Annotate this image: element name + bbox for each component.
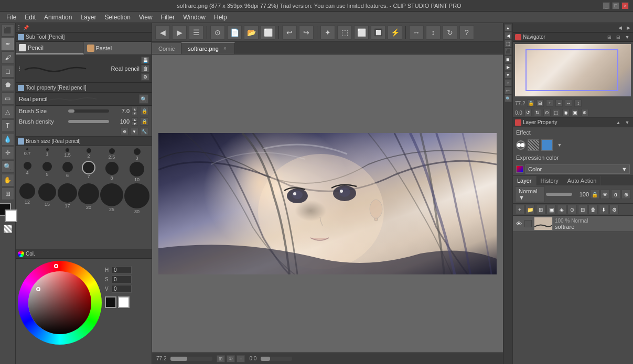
nav-next-btn[interactable]: ▶ (172, 25, 187, 40)
value-input[interactable] (112, 285, 132, 293)
brush-size-slider[interactable] (68, 109, 109, 113)
maximize-button[interactable]: □ (612, 2, 619, 9)
brush-density-spin[interactable]: ▲ ▼ (132, 117, 138, 126)
brush-preset-1[interactable]: 1 (38, 148, 57, 161)
brush-preset-2.5[interactable]: 2.5 (100, 148, 123, 161)
tool-open-btn[interactable]: 📂 (244, 25, 259, 40)
nav-preview[interactable] (515, 44, 631, 96)
tab-comic[interactable]: Comic (152, 42, 181, 54)
redo-btn[interactable]: ↪ (299, 25, 314, 40)
layer-new-btn[interactable]: + (515, 205, 524, 214)
menu-filter[interactable]: Filter (157, 13, 179, 22)
color-wheel[interactable] (18, 261, 102, 345)
layer-merge-btn[interactable]: ⊕ (621, 190, 631, 199)
transparent-color[interactable] (2, 224, 14, 234)
brush-preset-30[interactable]: 30 (124, 183, 149, 214)
layer-copy-btn[interactable]: ⊞ (536, 205, 545, 214)
nav-rotate-cw[interactable]: ↻ (534, 109, 541, 116)
brush-preset-17[interactable]: 17 (58, 183, 77, 214)
tool-gradient[interactable]: ▭ (2, 92, 14, 105)
layer-mask-btn[interactable]: ⊟ (578, 205, 587, 214)
tool-transform[interactable]: ⊞ (2, 187, 14, 200)
brush-preset-4[interactable]: 4 (18, 162, 37, 182)
brush-save-btn[interactable]: 💾 (141, 57, 149, 64)
tool-shape[interactable]: △ (2, 106, 14, 118)
tool-settings-btn1[interactable]: ⚙ (120, 128, 128, 135)
menu-help[interactable]: Help (210, 13, 231, 22)
right-collapse-btn[interactable]: ◀ (616, 24, 624, 31)
tool-fill[interactable]: ⬟ (2, 79, 14, 91)
nav-flip-v[interactable]: ↕ (574, 100, 582, 107)
tab-auto-action[interactable]: Auto Action (563, 176, 602, 185)
nav-zoom-lock[interactable]: 🔒 (527, 100, 534, 107)
layer-settings-btn[interactable]: ⚙ (609, 205, 619, 214)
saturation-input[interactable] (112, 275, 132, 283)
brush-size-up[interactable]: ▲ (132, 107, 138, 111)
brush-preset-15[interactable]: 15 (38, 183, 57, 214)
tab-softrare[interactable]: softrare.png × (181, 42, 235, 54)
nav-zoom-fit[interactable]: ⊞ (537, 100, 544, 107)
layer-item-softrare[interactable]: 👁 100 % Normal softrare (513, 216, 633, 232)
menu-layer[interactable]: Layer (76, 13, 100, 22)
nav-extra1[interactable]: ⬚ (553, 109, 560, 116)
brush-preset-10[interactable]: 10 (124, 162, 149, 182)
effect-color-btn[interactable] (541, 139, 553, 151)
flipv-btn[interactable]: ↕ (426, 25, 441, 40)
nav-panel-btn3[interactable]: ▼ (624, 34, 631, 41)
page-manager-btn[interactable]: ☰ (189, 25, 203, 40)
minimize-button[interactable]: _ (603, 2, 610, 9)
nav-zoom-out[interactable]: − (555, 100, 563, 107)
brush-preset-2[interactable]: 2 (78, 148, 99, 161)
right-expand-btn[interactable]: ▶ (625, 24, 632, 31)
brush-size-spin[interactable]: ▲ ▼ (132, 107, 138, 115)
rtb-btn-2[interactable]: ◀ (505, 32, 512, 39)
menu-selection[interactable]: Selection (100, 13, 134, 22)
effect-menu-btn[interactable]: ▼ (555, 139, 564, 151)
nav-extra3[interactable]: ▣ (572, 109, 579, 116)
menu-edit[interactable]: Edit (20, 13, 40, 22)
layer-visibility-toggle[interactable]: 👁 (515, 220, 522, 227)
close-button[interactable]: × (621, 2, 629, 9)
tool-circle-btn[interactable]: ⊙ (210, 25, 225, 40)
canvas-area[interactable] (152, 54, 503, 352)
rtb-btn-6[interactable]: ▶ (505, 63, 512, 71)
rtb-btn-3[interactable]: ⬚ (505, 40, 512, 47)
expr-select-dropdown[interactable]: Color ▼ (525, 164, 630, 174)
rtb-btn-8[interactable]: ↕ (505, 79, 512, 86)
fliph-btn[interactable]: ↔ (409, 25, 424, 40)
opacity-slider[interactable] (546, 193, 572, 196)
magicwand-btn[interactable]: ⚡ (388, 25, 402, 40)
brush-preset-0.7[interactable]: 0.7 (18, 148, 37, 161)
nav-prev-btn[interactable]: ◀ (155, 25, 170, 40)
brush-preset-1.5[interactable]: 1.5 (58, 148, 77, 161)
nav-flip-h[interactable]: ↔ (565, 100, 572, 107)
brush-density-up[interactable]: ▲ (132, 117, 138, 122)
tool-zoom[interactable]: 🔍 (2, 160, 14, 173)
brush-preset-3[interactable]: 3 (124, 148, 149, 161)
layer-adjust-btn[interactable]: ⊙ (567, 205, 577, 214)
zoom-slider[interactable] (170, 357, 212, 361)
nav-extra4[interactable]: ⊕ (581, 109, 588, 116)
lp-btn1[interactable]: ▲ (615, 119, 622, 126)
tool-eyedropper[interactable]: 💧 (2, 133, 14, 146)
brush-density-down[interactable]: ▼ (132, 122, 138, 126)
brush-delete-btn[interactable]: 🗑 (141, 65, 149, 72)
undo-btn[interactable]: ↩ (282, 25, 297, 40)
tool-settings-btn2[interactable]: ▼ (130, 128, 138, 135)
tab-close-btn[interactable]: × (222, 46, 228, 52)
layer-del-btn[interactable]: 🗑 (588, 205, 598, 214)
layer-group-btn[interactable]: 📁 (525, 205, 535, 214)
brush-preset-8[interactable]: 8 (100, 162, 123, 182)
brush-preset-25[interactable]: 25 (100, 183, 123, 214)
menu-window[interactable]: Window (179, 13, 210, 22)
selectall-btn[interactable]: ⬚ (337, 25, 352, 40)
menu-view[interactable]: View (135, 13, 157, 22)
lp-btn2[interactable]: ▼ (624, 119, 631, 126)
tool-rect-btn[interactable]: ⬜ (261, 25, 275, 40)
tool-brush[interactable]: 🖌 (2, 51, 14, 64)
marquee-btn[interactable]: ⬜ (354, 25, 369, 40)
brush-density-slider[interactable] (68, 120, 109, 123)
transform-btn[interactable]: ✦ (320, 25, 335, 40)
rtb-btn-5[interactable]: ◼ (505, 56, 512, 63)
effect-pattern[interactable] (528, 139, 539, 151)
